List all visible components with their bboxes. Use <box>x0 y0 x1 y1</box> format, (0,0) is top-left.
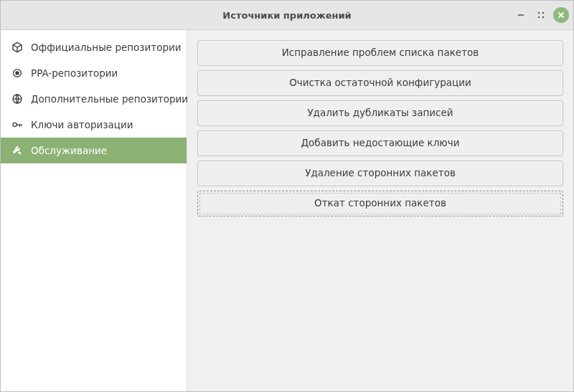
close-button[interactable] <box>553 7 569 23</box>
minimize-button[interactable] <box>513 7 529 23</box>
svg-point-8 <box>16 72 19 75</box>
add-missing-keys-button[interactable]: Добавить недостающие ключи <box>197 130 563 156</box>
sidebar-item-label: Обслуживание <box>31 145 107 156</box>
purge-residual-button[interactable]: Очистка остаточной конфигурации <box>197 70 563 96</box>
downgrade-foreign-button[interactable]: Откат сторонних пакетов <box>197 191 563 216</box>
maximize-button[interactable] <box>533 7 549 23</box>
sidebar-item-official-repos[interactable]: Оффициальные репозитории <box>1 34 187 60</box>
remove-foreign-button[interactable]: Удаление сторонних пакетов <box>197 161 563 186</box>
sidebar-item-label: Дополнительные репозитории <box>31 93 188 105</box>
sidebar: Оффициальные репозитории PPA-репозитории <box>1 30 187 391</box>
svg-point-4 <box>542 16 544 18</box>
sidebar-item-auth-keys[interactable]: Ключи авторизации <box>1 112 187 138</box>
sidebar-item-additional-repos[interactable]: Дополнительные репозитории <box>1 86 187 112</box>
fix-package-list-button[interactable]: Исправление проблем списка пакетов <box>197 40 563 66</box>
key-icon <box>11 118 24 131</box>
window-controls <box>513 1 569 29</box>
svg-point-2 <box>542 12 544 14</box>
sidebar-item-label: Оффициальные репозитории <box>31 42 182 53</box>
box-icon <box>11 41 24 54</box>
body: Оффициальные репозитории PPA-репозитории <box>1 30 573 391</box>
minimize-icon <box>517 11 524 19</box>
svg-point-10 <box>13 123 17 126</box>
tools-icon <box>11 144 24 157</box>
maximize-icon <box>537 11 545 19</box>
sidebar-item-label: PPA-репозитории <box>31 67 118 79</box>
sidebar-item-maintenance[interactable]: Обслуживание <box>1 138 187 163</box>
svg-point-1 <box>538 12 540 14</box>
close-icon <box>557 11 565 19</box>
content-maintenance: Исправление проблем списка пакетов Очист… <box>187 30 573 391</box>
sidebar-item-ppa-repos[interactable]: PPA-репозитории <box>1 60 187 86</box>
window: Источники приложений <box>0 0 574 392</box>
titlebar: Источники приложений <box>1 1 573 30</box>
globe-icon <box>11 92 24 105</box>
svg-point-3 <box>538 16 540 18</box>
window-title: Источники приложений <box>1 10 573 21</box>
sidebar-item-label: Ключи авторизации <box>31 119 133 130</box>
record-icon <box>11 67 24 80</box>
remove-duplicates-button[interactable]: Удалить дубликаты записей <box>197 100 563 126</box>
